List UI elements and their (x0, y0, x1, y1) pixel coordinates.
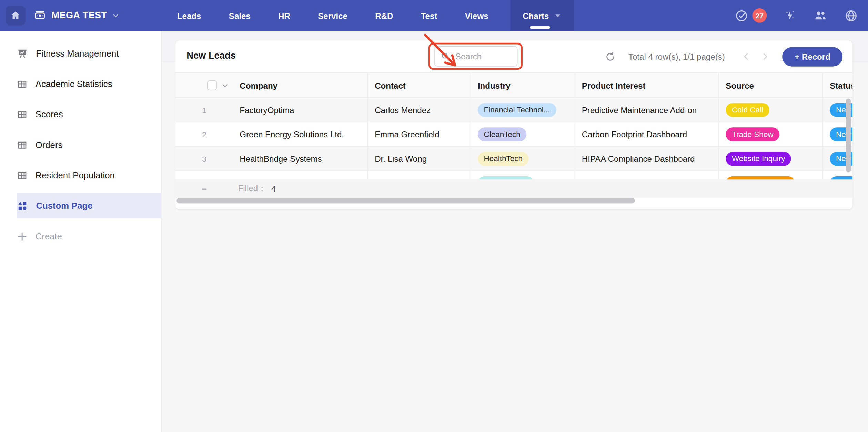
red-annotation-rectangle (428, 43, 523, 70)
add-record-button[interactable]: + Record (783, 47, 842, 66)
filled-value: 4 (271, 184, 276, 193)
cell-contact[interactable]: Priya Patel (367, 171, 471, 180)
column-header-company[interactable]: Company (233, 73, 367, 98)
cell-product-interest[interactable]: Carbon Footprint Dashboard (575, 122, 719, 146)
sidebar-item-orders[interactable]: Orders (0, 130, 161, 160)
sidebar: Fitness Management Academic Statistics S… (0, 31, 162, 432)
tab-service[interactable]: Service (312, 0, 353, 31)
top-tabs: Leads Sales HR Service R&D Test Views Ch… (172, 0, 573, 31)
column-header-source[interactable]: Source (718, 73, 822, 98)
table-row[interactable]: 1 FactoryOptima Carlos Mendez Financial … (175, 98, 852, 122)
users-icon[interactable] (813, 8, 828, 23)
table-row[interactable]: 4 RetailMind AI Priya Patel E-commerce P… (175, 171, 852, 180)
tab-test[interactable]: Test (415, 0, 443, 31)
home-icon (10, 10, 21, 21)
workspace-icon (33, 9, 47, 22)
table-row[interactable]: 3 HealthBridge Systems Dr. Lisa Wong Hea… (175, 147, 852, 171)
select-all-checkbox[interactable] (207, 80, 217, 90)
source-badge[interactable]: Trade Show (726, 127, 779, 141)
top-navigation-bar: MEGA TEST Leads Sales HR Service R&D Tes… (0, 0, 868, 31)
tab-views[interactable]: Views (460, 0, 494, 31)
chevron-down-icon (112, 12, 120, 19)
sidebar-item-resident-population[interactable]: Resident Population (0, 160, 161, 190)
table-header-row: Company Contact Industry Product Interes… (175, 73, 852, 98)
pagination-summary: Total 4 row(s), 1/1 page(s) (628, 52, 725, 61)
table-row[interactable]: 2 Green Energy Solutions Ltd. Emma Green… (175, 122, 852, 147)
column-header-industry[interactable]: Industry (471, 73, 575, 98)
leads-table: Company Contact Industry Product Interes… (175, 72, 852, 180)
panel-title: New Leads (186, 50, 236, 61)
source-badge[interactable]: Cold Call (726, 103, 769, 117)
sidebar-item-academic-statistics[interactable]: Academic Statistics (0, 69, 161, 99)
row-number: 2 (175, 122, 233, 146)
tab-hr[interactable]: HR (273, 0, 296, 31)
cell-contact[interactable]: Carlos Mendez (367, 98, 471, 122)
column-header-status[interactable]: Status (822, 73, 852, 98)
cell-company[interactable]: RetailMind AI (233, 171, 367, 180)
sparkles-icon[interactable] (783, 9, 797, 22)
previous-page-button[interactable] (737, 51, 756, 61)
source-badge[interactable]: Website Inquiry (726, 152, 791, 166)
row-number: 3 (175, 147, 233, 171)
equals-icon (175, 185, 233, 193)
cell-contact[interactable]: Dr. Lisa Wong (367, 147, 471, 171)
search-icon (440, 51, 450, 61)
new-leads-panel: New Leads (175, 40, 852, 209)
cell-product-interest[interactable]: Personalized Recommendation En (575, 171, 719, 180)
table-refresh-icon[interactable] (605, 51, 616, 62)
summary-bar: Filled： 4 (175, 179, 852, 198)
app-window: MEGA TEST Leads Sales HR Service R&D Tes… (0, 0, 868, 432)
cell-contact[interactable]: Emma Greenfield (367, 122, 471, 146)
globe-icon[interactable] (844, 9, 858, 22)
table-icon (17, 78, 28, 89)
presentation-chart-icon (17, 48, 28, 59)
cell-company[interactable]: Green Energy Solutions Ltd. (233, 122, 367, 146)
column-header-contact[interactable]: Contact (367, 73, 471, 98)
tab-charts-active[interactable]: Charts (511, 0, 573, 31)
cell-company[interactable]: FactoryOptima (233, 98, 367, 122)
table-icon (17, 139, 28, 150)
main-area: Custom Page (162, 31, 868, 432)
topbar-actions: 27 (735, 0, 858, 31)
row-number: 4 (175, 171, 233, 180)
search-box[interactable] (434, 46, 517, 66)
sidebar-create-button[interactable]: Create (0, 221, 161, 252)
tab-rd[interactable]: R&D (370, 0, 398, 31)
cell-product-interest[interactable]: HIPAA Compliance Dashboard (575, 147, 719, 171)
workspace-switcher[interactable]: MEGA TEST (33, 0, 120, 31)
shapes-icon (17, 200, 28, 212)
active-tab-underline (530, 26, 550, 29)
table-icon (17, 170, 28, 181)
sidebar-item-custom-page[interactable]: Custom Page (0, 190, 161, 221)
table-icon (17, 109, 28, 120)
sidebar-item-fitness-management[interactable]: Fitness Management (0, 38, 161, 69)
home-button[interactable] (6, 6, 26, 26)
filled-label: Filled： (238, 184, 266, 194)
industry-badge[interactable]: CleanTech (478, 127, 527, 141)
tab-leads[interactable]: Leads (172, 0, 207, 31)
search-input[interactable] (454, 51, 515, 62)
vertical-scrollbar[interactable] (846, 99, 851, 173)
industry-badge[interactable]: HealthTech (478, 152, 529, 166)
chevron-down-icon[interactable] (221, 81, 229, 89)
plus-icon (17, 231, 28, 242)
next-page-button[interactable] (756, 51, 775, 61)
cell-product-interest[interactable]: Predictive Maintenance Add-on (575, 98, 719, 122)
industry-badge[interactable]: Financial Technol... (478, 103, 556, 117)
workspace-name: MEGA TEST (51, 10, 107, 21)
notification-badge[interactable]: 27 (752, 8, 767, 23)
sidebar-item-scores[interactable]: Scores (0, 99, 161, 129)
cell-company[interactable]: HealthBridge Systems (233, 147, 367, 171)
tasks-check-circle-icon[interactable] (735, 9, 748, 22)
horizontal-scrollbar[interactable] (176, 198, 635, 203)
tab-sales[interactable]: Sales (223, 0, 256, 31)
column-header-product-interest[interactable]: Product Interest (575, 73, 719, 98)
row-number: 1 (175, 98, 233, 122)
dropdown-triangle-icon (554, 12, 561, 19)
